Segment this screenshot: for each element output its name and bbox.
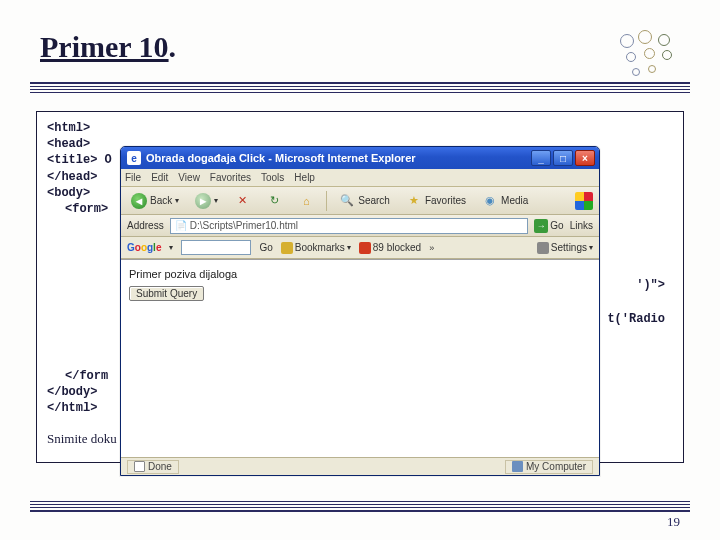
toolbar: ◄Back▾ ►▾ ✕ ↻ ⌂ 🔍Search ★Favorites ◉Medi… [121, 187, 599, 215]
menu-favorites[interactable]: Favorites [210, 172, 251, 183]
go-label: Go [550, 220, 563, 231]
chevron-icon[interactable]: » [429, 243, 434, 253]
status-bar: Done My Computer [121, 457, 599, 475]
minimize-button[interactable]: _ [531, 150, 551, 166]
gear-icon [537, 242, 549, 254]
window-title: Obrada događaja Click - Microsoft Intern… [146, 152, 531, 164]
menu-edit[interactable]: Edit [151, 172, 168, 183]
forward-button[interactable]: ►▾ [191, 191, 222, 211]
google-popup-blocker[interactable]: 89 blocked [359, 242, 421, 254]
window-titlebar[interactable]: e Obrada događaja Click - Microsoft Inte… [121, 147, 599, 169]
ie-icon: e [127, 151, 141, 165]
browser-window: e Obrada događaja Click - Microsoft Inte… [120, 146, 600, 476]
google-bookmarks[interactable]: Bookmarks▾ [281, 242, 351, 254]
page-content: Primer poziva dijaloga Submit Query [121, 259, 599, 457]
menu-view[interactable]: View [178, 172, 200, 183]
computer-icon [512, 461, 523, 472]
back-label: Back [150, 195, 172, 206]
menu-tools[interactable]: Tools [261, 172, 284, 183]
title-rules [30, 82, 690, 93]
address-label: Address [127, 220, 164, 231]
slide-title: Primer 10. [30, 30, 176, 64]
google-search-input[interactable] [181, 240, 251, 255]
media-icon: ◉ [482, 193, 498, 209]
code-line: <html> [47, 120, 673, 136]
status-zone: My Computer [505, 460, 593, 474]
title-text: Primer 10 [40, 30, 169, 63]
address-bar: Address 📄D:\Scripts\Primer10.html →Go Li… [121, 215, 599, 237]
note-left: Snimite doku [47, 431, 117, 446]
go-icon: → [534, 219, 548, 233]
search-button[interactable]: 🔍Search [335, 191, 394, 211]
window-buttons: _ □ × [531, 150, 595, 166]
home-button[interactable]: ⌂ [294, 191, 318, 211]
forward-icon: ► [195, 193, 211, 209]
stop-icon: ✕ [234, 193, 250, 209]
maximize-button[interactable]: □ [553, 150, 573, 166]
google-settings[interactable]: Settings▾ [537, 242, 593, 254]
page-number: 19 [667, 514, 680, 530]
submit-button[interactable]: Submit Query [129, 286, 204, 301]
decorative-dots [614, 30, 684, 80]
star-icon: ★ [406, 193, 422, 209]
favorites-label: Favorites [425, 195, 466, 206]
close-button[interactable]: × [575, 150, 595, 166]
address-input[interactable]: 📄D:\Scripts\Primer10.html [170, 218, 529, 234]
search-label: Search [358, 195, 390, 206]
google-toolbar: Google ▾ Go Bookmarks▾ 89 blocked » Sett… [121, 237, 599, 259]
back-button[interactable]: ◄Back▾ [127, 191, 183, 211]
page-icon [134, 461, 145, 472]
menu-help[interactable]: Help [294, 172, 315, 183]
title-row: Primer 10. [30, 30, 690, 80]
home-icon: ⌂ [298, 193, 314, 209]
address-value: D:\Scripts\Primer10.html [190, 220, 298, 231]
refresh-icon: ↻ [266, 193, 282, 209]
page-heading: Primer poziva dijaloga [129, 268, 591, 280]
status-done: Done [127, 460, 179, 474]
back-icon: ◄ [131, 193, 147, 209]
go-button[interactable]: →Go [534, 219, 563, 233]
refresh-button[interactable]: ↻ [262, 191, 286, 211]
bookmark-icon [281, 242, 293, 254]
google-logo[interactable]: Google [127, 242, 161, 253]
links-label[interactable]: Links [570, 220, 593, 231]
slide: Primer 10. <html> <head> <title> O </hea… [0, 0, 720, 540]
media-button[interactable]: ◉Media [478, 191, 532, 211]
media-label: Media [501, 195, 528, 206]
menu-bar: File Edit View Favorites Tools Help [121, 169, 599, 187]
block-icon [359, 242, 371, 254]
windows-flag-icon [575, 192, 593, 210]
menu-file[interactable]: File [125, 172, 141, 183]
google-go-button[interactable]: Go [259, 242, 272, 253]
favorites-button[interactable]: ★Favorites [402, 191, 470, 211]
search-icon: 🔍 [339, 193, 355, 209]
stop-button[interactable]: ✕ [230, 191, 254, 211]
footer-rules [30, 499, 690, 512]
separator [326, 191, 327, 211]
title-dot: . [169, 30, 177, 63]
